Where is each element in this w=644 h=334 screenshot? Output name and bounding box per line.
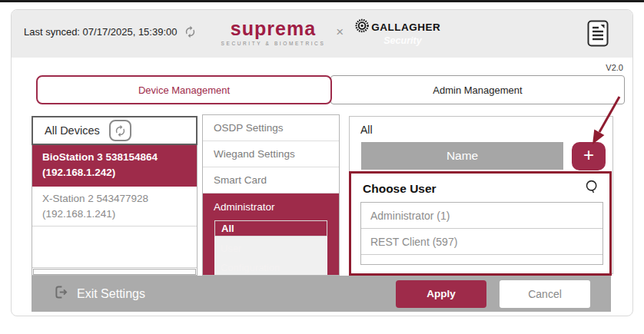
- tab-device-management[interactable]: Device Management: [36, 75, 332, 104]
- exit-icon: [53, 284, 69, 303]
- device-row-biostation[interactable]: BioStation 3 538154864 (192.168.1.242): [32, 145, 197, 187]
- tab-admin-management-label: Admin Management: [433, 84, 522, 96]
- gallagher-wordmark: GALLAGHER: [371, 21, 440, 33]
- device-ip: (192.168.1.241): [42, 207, 194, 222]
- submenu-item-label: User: [221, 243, 241, 254]
- menu-item-smart-card[interactable]: Smart Card: [203, 167, 339, 193]
- menu-item-osdp-settings[interactable]: OSDP Settings: [203, 115, 339, 141]
- menu-item-label: Smart Card: [214, 174, 267, 186]
- submenu-item-user[interactable]: User: [214, 239, 327, 258]
- last-synced-text: Last synced: 07/17/2025, 15:39:00: [24, 26, 178, 38]
- menu-item-label: Wiegand Settings: [214, 148, 295, 160]
- device-ip: (192.168.1.242): [42, 165, 194, 180]
- last-synced-group: Last synced: 07/17/2025, 15:39:00: [24, 25, 197, 38]
- administrator-submenu-list: User Configuration: [214, 236, 327, 276]
- gallagher-emblem-icon: [354, 18, 369, 36]
- user-option-rest-client[interactable]: REST Client (597): [361, 229, 603, 255]
- exit-settings-button[interactable]: Exit Settings: [53, 284, 145, 303]
- user-option-empty: [361, 255, 603, 264]
- user-option-administrator[interactable]: Administrator (1): [361, 203, 603, 229]
- administrator-submenu: All User Configuration: [203, 220, 339, 276]
- app-header: Last synced: 07/17/2025, 15:39:00 suprem…: [12, 10, 632, 58]
- screenshot-root: Last synced: 07/17/2025, 15:39:00 suprem…: [0, 0, 644, 334]
- all-devices-label: All Devices: [45, 124, 100, 137]
- menu-item-administrator[interactable]: Administrator: [203, 193, 339, 220]
- settings-menu-panel: OSDP Settings Wiegand Settings Smart Car…: [202, 114, 340, 276]
- sync-refresh-icon[interactable]: [184, 25, 197, 38]
- logo-separator: ×: [336, 25, 344, 40]
- choose-user-header: Choose User: [351, 174, 609, 201]
- scope-label: All: [350, 117, 612, 136]
- user-option-label: Administrator (1): [370, 210, 450, 222]
- footer-bar: Exit Settings Apply Cancel: [32, 276, 611, 312]
- tab-device-management-label: Device Management: [138, 84, 230, 96]
- name-header-row: Name +: [361, 142, 606, 170]
- screen-top-border: [0, 0, 644, 2]
- device-name: BioStation 3 538154864: [42, 150, 194, 165]
- choose-user-panel: Choose User Administrator (1) REST Clien…: [349, 171, 612, 276]
- menu-item-label: OSDP Settings: [214, 122, 284, 134]
- choose-user-title: Choose User: [363, 182, 437, 196]
- submenu-item-configuration[interactable]: Configuration: [214, 258, 327, 276]
- suprema-wordmark: suprema: [231, 19, 316, 38]
- choose-user-list: Administrator (1) REST Client (597): [360, 202, 603, 265]
- gallagher-tagline: Security: [383, 35, 440, 46]
- search-icon[interactable]: [584, 179, 600, 198]
- name-column-header: Name: [361, 142, 563, 170]
- device-row-xstation[interactable]: X-Station 2 543477928 (192.168.1.241): [32, 187, 197, 227]
- device-panel-header: All Devices: [32, 116, 198, 145]
- version-label: V2.0: [606, 63, 623, 72]
- brand-logos: suprema SECURITY & BIOMETRICS × GA: [221, 18, 441, 46]
- device-list-scrollbar[interactable]: [33, 269, 196, 275]
- cancel-button[interactable]: Cancel: [500, 280, 590, 308]
- device-row-empty: [32, 227, 197, 268]
- device-refresh-button[interactable]: [109, 120, 131, 141]
- log-document-icon[interactable]: [587, 20, 609, 47]
- user-option-label: REST Client (597): [370, 236, 457, 248]
- submenu-item-label: All: [221, 223, 234, 234]
- add-user-button[interactable]: +: [572, 142, 606, 170]
- exit-settings-label: Exit Settings: [77, 287, 145, 301]
- submenu-item-all[interactable]: All: [214, 220, 327, 236]
- gallagher-logo: GALLAGHER Security: [354, 18, 440, 46]
- device-name: X-Station 2 543477928: [42, 191, 194, 207]
- gallagher-wordmark-row: GALLAGHER: [354, 18, 440, 36]
- tab-admin-management[interactable]: Admin Management: [330, 75, 625, 104]
- menu-item-wiegand-settings[interactable]: Wiegand Settings: [203, 141, 339, 167]
- app-window: Last synced: 07/17/2025, 15:39:00 suprem…: [11, 9, 633, 316]
- device-panel: All Devices BioStation 3 538154864 (192.…: [32, 116, 198, 276]
- suprema-logo: suprema SECURITY & BIOMETRICS: [221, 19, 326, 46]
- tab-bar: Device Management Admin Management: [36, 75, 625, 104]
- menu-item-label: Administrator: [214, 201, 275, 213]
- apply-button[interactable]: Apply: [396, 280, 486, 308]
- submenu-item-label: Configuration: [221, 262, 280, 273]
- device-list: BioStation 3 538154864 (192.168.1.242) X…: [32, 145, 198, 276]
- suprema-tagline: SECURITY & BIOMETRICS: [221, 41, 326, 46]
